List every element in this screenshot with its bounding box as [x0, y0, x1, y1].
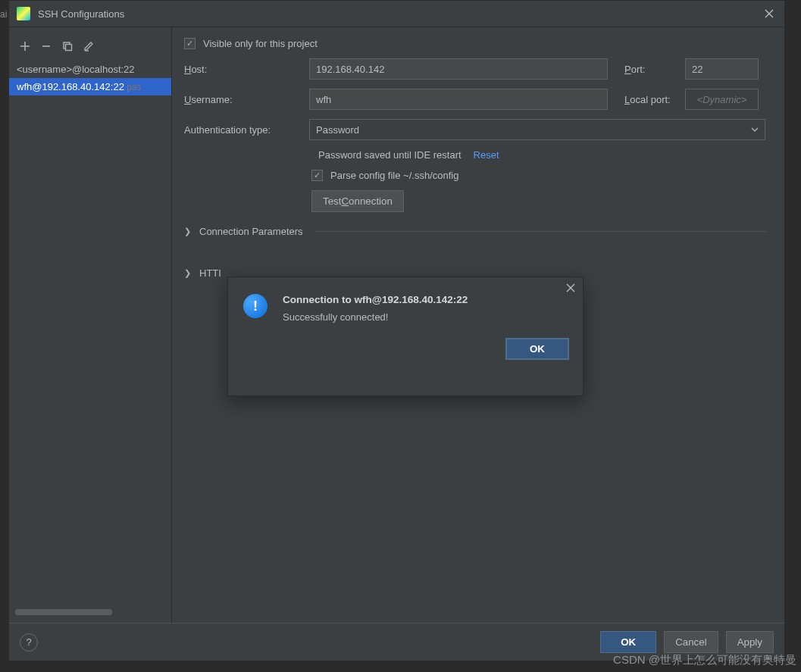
host-input[interactable] [309, 58, 608, 80]
auth-label: Authentication type: [184, 124, 302, 136]
sidebar-toolbar [9, 35, 171, 61]
help-button[interactable]: ? [20, 633, 38, 652]
section-connection-params[interactable]: ❯ Connection Parameters [184, 226, 772, 237]
dialog-body: ! Connection to wfh@192.168.40.142:22 Su… [228, 277, 583, 330]
remove-icon[interactable] [38, 38, 55, 55]
visible-only-checkbox[interactable]: ✓ [184, 38, 196, 49]
parse-config-label: Parse config file ~/.ssh/config [330, 170, 458, 181]
test-connection-row: Test Connection [311, 190, 772, 212]
parse-config-checkbox[interactable]: ✓ [311, 170, 323, 181]
apply-button[interactable]: Apply [726, 631, 774, 653]
close-icon[interactable] [762, 6, 777, 21]
chevron-down-icon [751, 127, 759, 132]
port-label: Port: [615, 64, 677, 75]
list-item-label: <username>@localhost:22 [17, 64, 135, 75]
section-label: HTTI [199, 267, 221, 279]
dialog-footer: OK [228, 330, 583, 372]
list-item[interactable]: wfh@192.168.40.142:22 pas [9, 78, 171, 95]
dialog-ok-button[interactable]: OK [505, 338, 569, 360]
titlebar: SSH Configurations [9, 1, 784, 27]
chevron-right-icon: ❯ [184, 268, 193, 278]
chevron-right-icon: ❯ [184, 227, 193, 236]
localport-input[interactable] [685, 89, 759, 110]
section-label: Connection Parameters [199, 226, 303, 237]
dialog-title: Connection to wfh@192.168.40.142:22 [283, 294, 468, 305]
visible-only-label: Visible only for this project [203, 38, 318, 49]
visible-only-row: ✓ Visible only for this project [184, 38, 772, 49]
add-icon[interactable] [17, 38, 33, 55]
list-item-label: wfh@192.168.40.142:22 [17, 81, 124, 92]
watermark-text: CSDN @世界上怎么可能没有奥特曼 [613, 653, 796, 667]
dialog-message: Successfully connected! [283, 311, 468, 323]
port-input[interactable] [685, 58, 759, 80]
list-item-post: pas [124, 82, 142, 92]
copy-icon[interactable] [59, 38, 76, 55]
test-connection-button[interactable]: Test Connection [311, 190, 404, 212]
sidebar: <username>@localhost:22 wfh@192.168.40.1… [9, 27, 172, 623]
host-row: Host: Port: [184, 58, 772, 80]
dialog-close-icon[interactable] [566, 283, 575, 292]
auth-row: Authentication type: Password [184, 119, 772, 140]
svg-rect-1 [66, 45, 72, 51]
reset-link[interactable]: Reset [474, 149, 499, 161]
section-divider [315, 231, 766, 232]
config-list: <username>@localhost:22 wfh@192.168.40.1… [9, 61, 171, 606]
info-icon: ! [243, 294, 268, 318]
cancel-button[interactable]: Cancel [664, 631, 718, 653]
scrollbar-thumb[interactable] [15, 609, 112, 615]
localport-label: Local port: [615, 94, 677, 105]
username-input[interactable] [309, 89, 608, 110]
ok-button[interactable]: OK [600, 631, 656, 653]
password-status-text: Password saved until IDE restart [318, 149, 462, 161]
connection-result-dialog: ! Connection to wfh@192.168.40.142:22 Su… [227, 277, 584, 396]
auth-type-select[interactable]: Password [309, 119, 765, 140]
list-item[interactable]: <username>@localhost:22 [9, 61, 171, 78]
dialog-text: Connection to wfh@192.168.40.142:22 Succ… [283, 294, 468, 323]
window-title: SSH Configurations [38, 8, 762, 20]
auth-type-value: Password [316, 124, 359, 136]
parse-config-row: ✓ Parse config file ~/.ssh/config [311, 170, 772, 181]
username-row: Username: Local port: [184, 89, 772, 110]
password-status-row: Password saved until IDE restart Reset [318, 149, 772, 161]
pycharm-logo-icon [17, 7, 30, 20]
host-label: Host: [184, 64, 302, 75]
edge-fragment: ai [0, 9, 7, 20]
sidebar-scrollbar[interactable] [15, 609, 165, 617]
username-label: Username: [184, 94, 302, 105]
edit-icon[interactable] [80, 38, 97, 55]
